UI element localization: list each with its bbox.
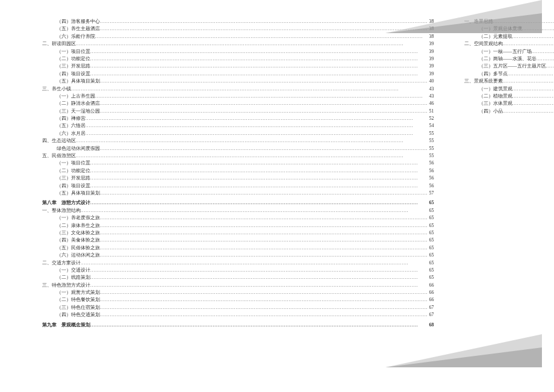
toc-label: （二）植物景观: [479, 93, 512, 100]
toc-leader-dots: [512, 93, 555, 100]
toc-page-number: 65: [428, 207, 434, 214]
toc-entry: （一）观赏方式策划66: [42, 289, 434, 296]
toc-leader-dots: [90, 282, 428, 289]
toc-entry: （一）上古养生园43: [42, 93, 434, 100]
toc-label: 四、生态运动区: [42, 137, 76, 145]
toc-leader-dots: [100, 229, 428, 237]
toc-page-number: 65: [428, 274, 434, 281]
toc-label: （六）运动休闲之旅: [57, 252, 100, 259]
toc-entry: （四）禅修营52: [42, 115, 434, 122]
toc-entry: （三）天一湿地公园51: [42, 108, 434, 115]
toc-label: （一）一核——五行广场: [479, 48, 532, 55]
toc-page-number: 66: [428, 289, 434, 296]
toc-page-number: 39: [428, 63, 434, 70]
toc-entry: （五）养生主题酒店38: [42, 25, 434, 33]
toc-label: （四）项目设置: [57, 70, 90, 78]
toc-leader-dots: [100, 289, 428, 296]
toc-leader-dots: [90, 160, 428, 167]
toc-label: （六）乐龄疗养院: [57, 33, 95, 40]
toc-leader-dots: [86, 115, 428, 122]
toc-label: （二）功能定位: [57, 167, 90, 175]
toc-entry: （一）建筑景观69: [464, 86, 555, 93]
toc-label: （三）五片区——五行主题片区: [479, 63, 546, 70]
toc-label: 三、特色游憩方式设计: [42, 282, 90, 289]
toc-label: 一、造景思路: [464, 18, 493, 25]
toc-leader-dots: [512, 86, 555, 93]
toc-leader-dots: [100, 78, 428, 85]
toc-leader-dots: [90, 48, 428, 55]
toc-label: （四）美食体验之旅: [57, 237, 100, 244]
toc-leader-dots: [100, 296, 428, 303]
toc-leader-dots: [81, 260, 428, 267]
toc-leader-dots: [503, 40, 555, 48]
toc-entry: （一）交通设计65: [42, 267, 434, 274]
toc-label: （四）禅修营: [57, 115, 86, 122]
toc-page-number: 65: [428, 244, 434, 252]
toc-entry: （一）项目位置39: [42, 48, 434, 55]
toc-label: （一）上古养生园: [57, 93, 95, 100]
toc-leader-dots: [81, 207, 428, 214]
toc-entry: 四、生态运动区55: [42, 137, 434, 145]
toc-page-number: 56: [428, 182, 434, 190]
toc-leader-dots: [100, 311, 428, 319]
toc-entry: 三、养生小镇43: [42, 86, 434, 93]
toc-leader-dots: [90, 55, 428, 63]
toc-page-number: 46: [428, 100, 434, 107]
toc-entry: 二、耕读田园区39: [42, 40, 434, 48]
toc-label: 五、民俗游憩区: [42, 152, 76, 160]
toc-entry: 二、空间景观结构68: [464, 40, 555, 48]
toc-entry: （六）水月居55: [42, 130, 434, 137]
toc-label: （一）观赏方式策划: [57, 289, 100, 296]
toc-entry: 三、特色游憩方式设计66: [42, 282, 434, 289]
toc-page-number: 39: [428, 70, 434, 78]
toc-page-number: 65: [428, 214, 434, 222]
toc-entry: （四）小品70: [464, 108, 555, 115]
toc-label: （一）项目位置: [57, 160, 90, 167]
toc-label: （二）静清水会酒店: [57, 100, 100, 107]
toc-page-number: 38: [428, 18, 434, 25]
toc-entry: 一、整体游憩结构65: [42, 207, 434, 214]
toc-entry: 第九章 景观概念策划68: [42, 322, 434, 329]
toc-entry: （四）项目设置39: [42, 70, 434, 78]
toc-entry: （三）特色住宿策划67: [42, 304, 434, 311]
toc-leader-dots: [90, 199, 428, 207]
toc-page: （四）游客服务中心38（五）养生主题酒店38（六）乐龄疗养院38二、耕读田园区3…: [0, 0, 554, 341]
toc-page-number: 67: [428, 304, 434, 311]
toc-entry: （一）一核——五行广场69: [464, 48, 555, 55]
toc-leader-dots: [86, 122, 428, 129]
toc-entry: （四）特色交通策划67: [42, 311, 434, 319]
toc-page-number: 67: [428, 311, 434, 319]
toc-label: （二）两轴——水溪、花谷: [479, 55, 537, 63]
toc-page-number: 40: [428, 78, 434, 85]
toc-entry: （四）游客服务中心38: [42, 18, 434, 25]
toc-leader-dots: [100, 244, 428, 252]
toc-page-number: 39: [428, 40, 434, 48]
toc-page-number: 38: [428, 25, 434, 33]
toc-entry: （四）多节点69: [464, 70, 555, 78]
toc-leader-dots: [90, 322, 428, 329]
toc-leader-dots: [90, 182, 428, 190]
toc-leader-dots: [100, 108, 428, 115]
toc-leader-dots: [76, 137, 428, 145]
toc-leader-dots: [90, 274, 428, 281]
toc-leader-dots: [493, 18, 555, 25]
toc-entry: （二）功能定位56: [42, 167, 434, 175]
toc-leader-dots: [512, 33, 555, 40]
toc-entry: （一）项目位置56: [42, 160, 434, 167]
toc-label: （四）特色交通策划: [57, 311, 100, 319]
toc-entry: （三）五片区——五行主题片区69: [464, 63, 555, 70]
toc-page-number: 57: [428, 190, 434, 197]
toc-label: （三）开发思路: [57, 63, 90, 70]
toc-leader-dots: [86, 130, 428, 137]
toc-entry: （五）具体项目策划57: [42, 190, 434, 197]
toc-label: （五）民俗体验之旅: [57, 244, 100, 252]
toc-leader-dots: [508, 70, 555, 78]
toc-leader-dots: [100, 237, 428, 244]
toc-leader-dots: [100, 100, 428, 107]
toc-entry: （二）静清水会酒店46: [42, 100, 434, 107]
toc-label: （四）项目设置: [57, 182, 90, 190]
toc-label: 三、养生小镇: [42, 86, 71, 93]
toc-label: （一）建筑景观: [479, 86, 512, 93]
toc-leader-dots: [76, 40, 428, 48]
toc-entry: （一）景观总体意境68: [464, 25, 555, 33]
